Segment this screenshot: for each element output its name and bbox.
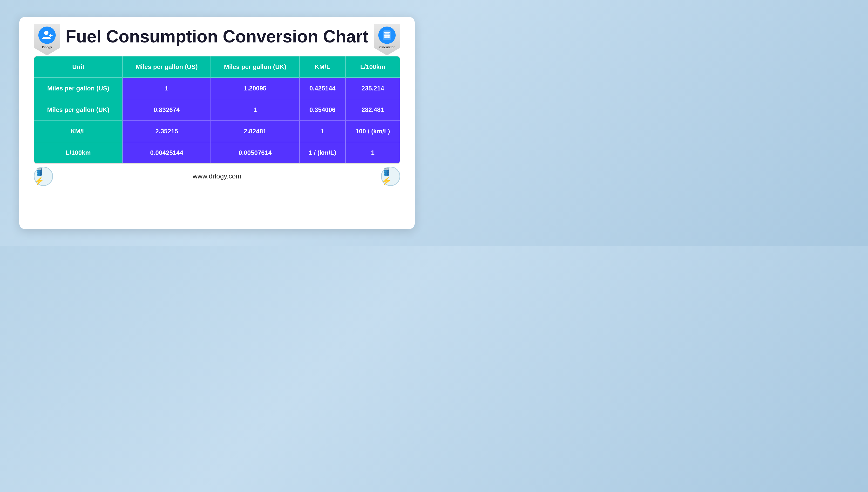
footer-url: www.drlogy.com xyxy=(193,172,241,180)
table-row: Miles per gallon (US) 1 1.20095 0.425144… xyxy=(34,78,400,99)
col-header-mpg-us: Miles per gallon (US) xyxy=(123,56,211,78)
table-row: KM/L 2.35215 2.82481 1 100 / (km/L) xyxy=(34,121,400,142)
logo-left: Drlogy xyxy=(34,24,60,55)
header-row: Unit Miles per gallon (US) Miles per gal… xyxy=(34,56,400,78)
svg-rect-2 xyxy=(50,34,51,37)
row3-l100km: 100 / (km/L) xyxy=(346,121,400,142)
main-card: Drlogy Fuel Consumption Conversion Chart xyxy=(19,17,415,229)
row2-l100km: 282.481 xyxy=(346,99,400,121)
drlogy-svg-icon xyxy=(41,29,53,41)
header: Drlogy Fuel Consumption Conversion Chart xyxy=(34,27,400,46)
row3-mpg-us: 2.35215 xyxy=(123,121,211,142)
row4-l100km: 1 xyxy=(346,142,400,163)
svg-rect-6 xyxy=(386,34,388,36)
drlogy-badge: Drlogy xyxy=(34,24,60,55)
row4-unit: L/100km xyxy=(34,142,123,163)
drlogy-label: Drlogy xyxy=(42,45,52,49)
row3-kml: 1 xyxy=(300,121,346,142)
calculator-icon xyxy=(378,27,395,44)
col-header-unit: Unit xyxy=(34,56,123,78)
row4-mpg-uk: 0.00507614 xyxy=(211,142,300,163)
footer: 🛢️⚡ www.drlogy.com 🛢️⚡ xyxy=(34,172,400,180)
row1-mpg-uk: 1.20095 xyxy=(211,78,300,99)
table: Unit Miles per gallon (US) Miles per gal… xyxy=(34,56,400,163)
calculator-label: Calculator xyxy=(379,45,395,49)
row2-unit: Miles per gallon (UK) xyxy=(34,99,123,121)
svg-rect-9 xyxy=(386,36,388,38)
table-row: L/100km 0.00425144 0.00507614 1 / (km/L)… xyxy=(34,142,400,163)
col-header-l100km: L/100km xyxy=(346,56,400,78)
svg-point-0 xyxy=(44,31,48,35)
svg-rect-7 xyxy=(388,34,390,36)
row1-unit: Miles per gallon (US) xyxy=(34,78,123,99)
row2-mpg-uk: 1 xyxy=(211,99,300,121)
calculator-svg-icon xyxy=(381,30,392,41)
row2-mpg-us: 0.832674 xyxy=(123,99,211,121)
row3-mpg-uk: 2.82481 xyxy=(211,121,300,142)
calculator-badge: Calculator xyxy=(374,24,400,55)
page-title: Fuel Consumption Conversion Chart xyxy=(66,27,368,46)
table-header: Unit Miles per gallon (US) Miles per gal… xyxy=(34,56,400,78)
col-header-kml: KM/L xyxy=(300,56,346,78)
row4-mpg-us: 0.00425144 xyxy=(123,142,211,163)
fuel-barrel-right-icon: 🛢️⚡ xyxy=(381,167,400,186)
col-header-mpg-uk: Miles per gallon (UK) xyxy=(211,56,300,78)
fuel-barrel-left-icon: 🛢️⚡ xyxy=(34,167,53,186)
logo-right: Calculator xyxy=(374,24,400,55)
drlogy-icon xyxy=(39,27,56,44)
footer-fuel-icon-left: 🛢️⚡ xyxy=(34,167,53,186)
conversion-table: Unit Miles per gallon (US) Miles per gal… xyxy=(34,56,400,164)
row1-mpg-us: 1 xyxy=(123,78,211,99)
svg-rect-10 xyxy=(388,36,390,38)
row3-unit: KM/L xyxy=(34,121,123,142)
svg-rect-4 xyxy=(384,31,390,33)
footer-fuel-icon-right: 🛢️⚡ xyxy=(381,167,400,186)
row4-kml: 1 / (km/L) xyxy=(300,142,346,163)
table-row: Miles per gallon (UK) 0.832674 1 0.35400… xyxy=(34,99,400,121)
row2-kml: 0.354006 xyxy=(300,99,346,121)
svg-rect-5 xyxy=(384,34,386,36)
svg-rect-8 xyxy=(384,36,386,38)
row1-kml: 0.425144 xyxy=(300,78,346,99)
table-body: Miles per gallon (US) 1 1.20095 0.425144… xyxy=(34,78,400,163)
row1-l100km: 235.214 xyxy=(346,78,400,99)
